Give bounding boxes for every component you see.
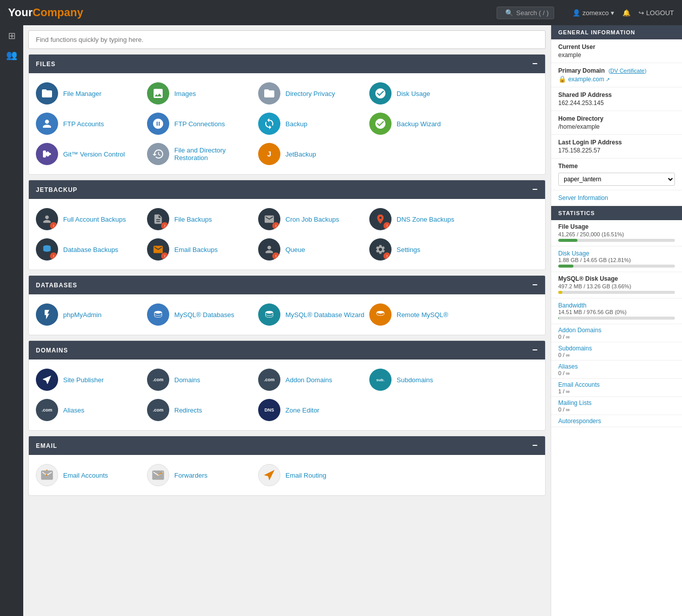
list-item[interactable]: .com Aliases xyxy=(36,399,147,421)
zone-editor-link[interactable]: Zone Editor xyxy=(285,406,319,414)
list-item[interactable]: Forwarders xyxy=(147,464,258,486)
sidebar-grid-icon[interactable]: ⊞ xyxy=(8,30,16,41)
list-item[interactable]: Email Accounts xyxy=(36,464,147,486)
jetbackup-link[interactable]: JetBackup xyxy=(285,150,316,158)
quick-search-input[interactable] xyxy=(28,30,546,49)
list-item[interactable]: ! Email Backups xyxy=(147,238,258,261)
backup-wizard-link[interactable]: Backup Wizard xyxy=(397,120,441,128)
list-item[interactable]: File Manager xyxy=(36,82,147,105)
list-item[interactable]: ! Queue xyxy=(258,238,369,261)
list-item[interactable]: MySQL® Databases xyxy=(147,303,258,326)
list-item[interactable]: DNS Zone Editor xyxy=(258,399,369,421)
site-publisher-link[interactable]: Site Publisher xyxy=(63,376,104,384)
server-info-link[interactable]: Server Information xyxy=(558,194,675,201)
email-routing-link[interactable]: Email Routing xyxy=(285,472,326,479)
domains-collapse-button[interactable]: − xyxy=(532,345,538,355)
statistics-header: STATISTICS xyxy=(551,206,682,220)
ftp-connections-link[interactable]: FTP Connections xyxy=(174,120,225,128)
bandwidth-progress xyxy=(558,317,675,320)
file-backups-icon: ! xyxy=(147,208,169,230)
email-backups-link[interactable]: Email Backups xyxy=(174,246,218,253)
search-button[interactable]: 🔍 Search ( / ) xyxy=(497,7,554,19)
list-item[interactable]: Remote MySQL® xyxy=(369,303,480,326)
list-item[interactable]: ! Cron Job Backups xyxy=(258,208,369,230)
file-usage-value: 41,265 / 250,000 (16.51%) xyxy=(558,231,675,237)
list-item[interactable]: Directory Privacy xyxy=(258,82,369,105)
dns-zone-backups-link[interactable]: DNS Zone Backups xyxy=(397,216,454,223)
aliases-stats-link[interactable]: Aliases xyxy=(558,363,578,370)
aliases-link[interactable]: Aliases xyxy=(63,406,84,414)
list-item[interactable]: Git™ Version Control xyxy=(36,143,147,165)
list-item[interactable]: sub. Subdomains xyxy=(369,369,480,391)
list-item[interactable]: .com Domains xyxy=(147,369,258,391)
file-directory-restoration-icon xyxy=(147,143,169,165)
forwarders-link[interactable]: Forwarders xyxy=(174,472,208,479)
bandwidth-link[interactable]: Bandwidth xyxy=(558,302,587,309)
files-collapse-button[interactable]: − xyxy=(532,59,538,69)
domains-link[interactable]: Domains xyxy=(174,376,200,384)
addon-domains-link[interactable]: Addon Domains xyxy=(285,376,332,384)
list-item[interactable]: File and Directory Restoration xyxy=(147,143,258,165)
user-menu[interactable]: 👤 zomexco ▾ xyxy=(572,9,614,17)
list-item[interactable]: Images xyxy=(147,82,258,105)
list-item[interactable]: FTP Accounts xyxy=(36,113,147,135)
badge: ! xyxy=(50,222,57,229)
queue-link[interactable]: Queue xyxy=(285,246,305,253)
addon-domains-stats-link[interactable]: Addon Domains xyxy=(558,327,601,334)
list-item[interactable]: MySQL® Database Wizard xyxy=(258,303,369,326)
mysql-databases-link[interactable]: MySQL® Databases xyxy=(174,311,234,319)
email-accounts-stats-link[interactable]: Email Accounts xyxy=(558,381,600,388)
phpmyadmin-icon xyxy=(36,303,58,326)
email-collapse-button[interactable]: − xyxy=(532,440,538,451)
mysql-database-wizard-link[interactable]: MySQL® Database Wizard xyxy=(285,311,364,319)
remote-mysql-link[interactable]: Remote MySQL® xyxy=(397,311,448,319)
full-account-backups-link[interactable]: Full Account Backups xyxy=(63,216,126,223)
jetbackup-collapse-button[interactable]: − xyxy=(532,184,538,195)
list-item[interactable]: J JetBackup xyxy=(258,143,369,165)
list-item[interactable]: Email Routing xyxy=(258,464,369,486)
list-item[interactable]: ! Full Account Backups xyxy=(36,208,147,230)
notifications-button[interactable]: 🔔 xyxy=(622,9,630,17)
list-item[interactable]: Site Publisher xyxy=(36,369,147,391)
images-link[interactable]: Images xyxy=(174,90,196,97)
list-item[interactable]: ! Settings xyxy=(369,238,480,261)
autoresponders-stats-link[interactable]: Autoresponders xyxy=(558,418,601,425)
jetbackup-settings-link[interactable]: Settings xyxy=(397,246,420,253)
cron-job-backups-link[interactable]: Cron Job Backups xyxy=(285,216,339,223)
list-item[interactable]: .com Addon Domains xyxy=(258,369,369,391)
list-item[interactable]: ! DNS Zone Backups xyxy=(369,208,480,230)
shared-ip-label: Shared IP Address xyxy=(558,91,675,98)
list-item[interactable]: Disk Usage xyxy=(369,82,480,105)
list-item[interactable]: Backup xyxy=(258,113,369,135)
domain-link[interactable]: example.com ↗ xyxy=(568,76,610,83)
logo-company: Company xyxy=(32,6,83,19)
email-accounts-link[interactable]: Email Accounts xyxy=(63,472,108,479)
phpmyadmin-link[interactable]: phpMyAdmin xyxy=(63,311,102,319)
backup-link[interactable]: Backup xyxy=(285,120,307,128)
mailing-lists-stats-link[interactable]: Mailing Lists xyxy=(558,399,592,406)
redirects-link[interactable]: Redirects xyxy=(174,406,202,414)
git-version-control-link[interactable]: Git™ Version Control xyxy=(63,150,125,158)
dv-cert-label[interactable]: DV Certificate xyxy=(610,68,645,74)
file-backups-link[interactable]: File Backups xyxy=(174,216,212,223)
list-item[interactable]: FTP Connections xyxy=(147,113,258,135)
list-item[interactable]: .com Redirects xyxy=(147,399,258,421)
subdomains-link[interactable]: Subdomains xyxy=(397,376,433,384)
databases-collapse-button[interactable]: − xyxy=(532,280,538,290)
theme-select[interactable]: paper_lantern xyxy=(558,173,675,186)
list-item[interactable]: phpMyAdmin xyxy=(36,303,147,326)
list-item[interactable]: ! Database Backups xyxy=(36,238,147,261)
database-backups-link[interactable]: Database Backups xyxy=(63,246,118,253)
sidebar-users-icon[interactable]: 👥 xyxy=(6,49,17,61)
file-directory-restoration-link[interactable]: File and Directory Restoration xyxy=(174,146,258,162)
list-item[interactable]: ! File Backups xyxy=(147,208,258,230)
directory-privacy-link[interactable]: Directory Privacy xyxy=(285,90,335,97)
disk-usage-link[interactable]: Disk Usage xyxy=(397,90,430,97)
main-content: FILES − File Manager Images xyxy=(23,25,551,616)
subdomains-stats-link[interactable]: Subdomains xyxy=(558,345,592,352)
ftp-accounts-link[interactable]: FTP Accounts xyxy=(63,120,104,128)
logout-button[interactable]: ↪ LOGOUT xyxy=(639,9,674,17)
list-item[interactable]: Backup Wizard xyxy=(369,113,480,135)
file-manager-link[interactable]: File Manager xyxy=(63,90,102,97)
disk-usage-link[interactable]: Disk Usage xyxy=(558,250,589,257)
